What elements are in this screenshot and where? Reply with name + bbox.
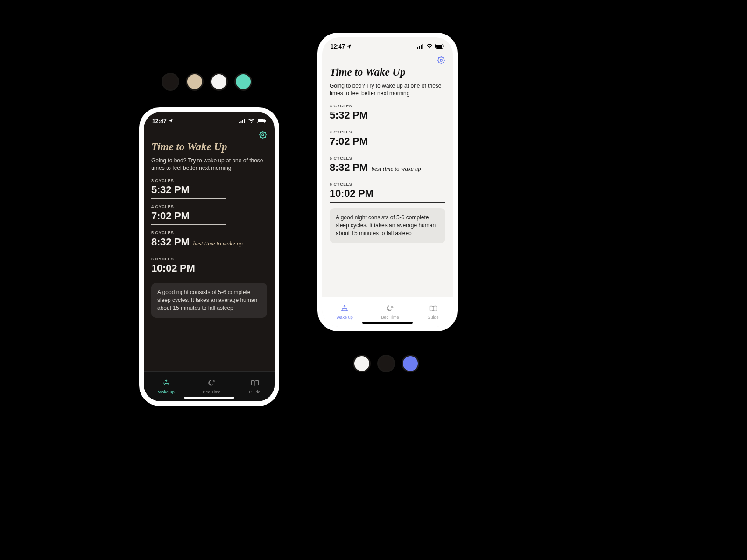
settings-button[interactable]	[258, 130, 268, 140]
palette-light	[353, 355, 419, 372]
svg-rect-9	[417, 47, 418, 49]
swatch	[377, 355, 395, 372]
wifi-icon	[248, 118, 254, 125]
tip-box: A good night consists of 5-6 complete sl…	[151, 283, 267, 317]
swatch	[162, 73, 179, 91]
settings-button[interactable]	[436, 55, 446, 65]
home-indicator[interactable]	[184, 397, 234, 399]
svg-rect-6	[265, 120, 266, 122]
sunrise-icon	[340, 304, 349, 314]
cycle-item[interactable]: 6 CYCLES 10:02 PM	[151, 257, 267, 277]
cellular-icon	[239, 118, 246, 125]
palette-dark	[162, 73, 252, 91]
svg-rect-3	[244, 119, 245, 123]
status-time: 12:47	[152, 118, 167, 125]
tab-label: Guide	[249, 390, 260, 394]
cycle-item[interactable]: 3 CYCLES 5:32 PM	[330, 104, 445, 124]
svg-rect-2	[242, 120, 243, 123]
sunrise-icon	[162, 379, 171, 388]
divider	[330, 176, 405, 176]
phone-dark: 12:47	[139, 107, 279, 406]
tab-bed-time[interactable]: Bed Time	[381, 304, 399, 320]
divider	[151, 198, 226, 199]
tab-label: Wake up	[158, 390, 174, 394]
moon-icon	[386, 304, 395, 314]
tip-box: A good night consists of 5-6 complete sl…	[330, 208, 445, 243]
tab-label: Guide	[427, 315, 438, 320]
svg-rect-14	[436, 45, 442, 48]
cycle-time: 5:32 PM	[151, 184, 190, 196]
tab-label: Wake up	[336, 315, 352, 320]
page-title: Time to Wake Up	[151, 141, 267, 153]
svg-point-17	[440, 59, 442, 61]
location-icon	[169, 118, 173, 125]
cycle-item[interactable]: 4 CYCLES 7:02 PM	[330, 130, 445, 150]
svg-rect-15	[444, 45, 444, 47]
cycle-item[interactable]: 6 CYCLES 10:02 PM	[330, 182, 445, 203]
tab-wake-up[interactable]: Wake up	[336, 304, 352, 320]
swatch	[186, 73, 204, 91]
svg-rect-12	[423, 44, 423, 49]
tab-guide[interactable]: Guide	[427, 304, 438, 320]
moon-icon	[207, 379, 217, 388]
cycle-label: 5 CYCLES	[151, 231, 267, 235]
cycle-note: best time to wake up	[193, 240, 243, 247]
divider	[330, 150, 405, 150]
tab-guide[interactable]: Guide	[249, 379, 260, 394]
cycle-label: 4 CYCLES	[330, 130, 445, 134]
cycle-note: best time to wake up	[372, 165, 421, 173]
swatch	[234, 73, 252, 91]
location-icon	[347, 43, 351, 50]
tab-label: Bed Time	[381, 315, 399, 320]
cycle-label: 6 CYCLES	[330, 182, 445, 187]
cycle-label: 6 CYCLES	[151, 257, 267, 261]
cycle-time: 7:02 PM	[330, 135, 368, 147]
cycle-time: 8:32 PM	[151, 236, 190, 248]
phone-light: 12:47	[317, 33, 458, 331]
cycle-time: 7:02 PM	[151, 210, 190, 222]
cycle-label: 5 CYCLES	[330, 156, 445, 161]
svg-point-7	[260, 132, 266, 138]
divider	[330, 124, 405, 124]
svg-rect-5	[258, 119, 264, 122]
cycle-time: 10:02 PM	[330, 188, 374, 200]
divider	[151, 251, 226, 251]
cycle-item[interactable]: 5 CYCLES 8:32 PM best time to wake up	[330, 156, 445, 176]
book-icon	[429, 304, 438, 314]
swatch	[402, 355, 419, 372]
svg-rect-11	[421, 45, 422, 49]
cycle-item[interactable]: 5 CYCLES 8:32 PM best time to wake up	[151, 231, 267, 251]
cycle-time: 5:32 PM	[330, 109, 368, 121]
cycle-label: 3 CYCLES	[151, 178, 267, 183]
tab-bed-time[interactable]: Bed Time	[203, 379, 221, 394]
svg-point-8	[262, 134, 264, 136]
divider	[330, 202, 445, 203]
book-icon	[250, 379, 260, 388]
status-bar: 12:47	[322, 37, 453, 52]
divider	[151, 224, 226, 225]
svg-rect-10	[419, 46, 420, 49]
page-subtitle: Going to bed? Try to wake up at one of t…	[330, 82, 445, 97]
home-indicator[interactable]	[362, 322, 413, 324]
svg-rect-0	[239, 122, 240, 123]
cycle-label: 3 CYCLES	[330, 104, 445, 108]
cycle-label: 4 CYCLES	[151, 204, 267, 209]
wifi-icon	[426, 43, 433, 50]
page-title: Time to Wake Up	[330, 66, 445, 78]
divider	[151, 277, 267, 277]
status-time: 12:47	[331, 43, 345, 50]
battery-icon	[435, 43, 444, 50]
cycle-item[interactable]: 3 CYCLES 5:32 PM	[151, 178, 267, 199]
svg-rect-1	[241, 121, 242, 123]
cycle-time: 8:32 PM	[330, 161, 368, 174]
svg-point-16	[438, 57, 444, 63]
page-subtitle: Going to bed? Try to wake up at one of t…	[151, 157, 267, 172]
swatch	[210, 73, 228, 91]
battery-icon	[257, 118, 266, 125]
swatch	[353, 355, 371, 372]
tab-wake-up[interactable]: Wake up	[158, 379, 174, 394]
status-bar: 12:47	[144, 112, 275, 127]
cellular-icon	[417, 43, 424, 50]
cycle-item[interactable]: 4 CYCLES 7:02 PM	[151, 204, 267, 225]
tab-label: Bed Time	[203, 390, 221, 394]
